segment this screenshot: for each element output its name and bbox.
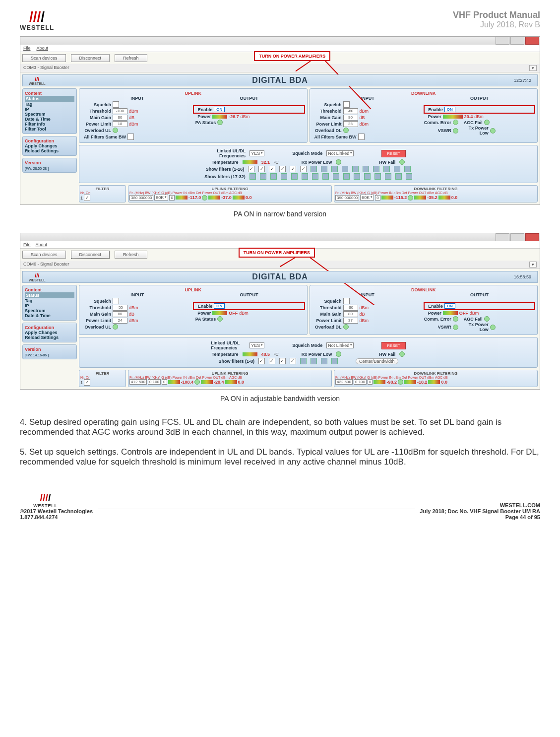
sidebar: Content Status Tag IP Spectrum Date & Ti…: [22, 88, 77, 202]
reset-button[interactable]: RESET: [381, 150, 406, 157]
ul-gain-lbl: Main Gain: [81, 115, 111, 120]
caption-2: PA ON in adjustable bandwidth version: [20, 395, 540, 402]
downlink-panel: DOWNLINK INPUT Squelch Threshold-80dBm M…: [310, 285, 538, 335]
sidebar-item-ip[interactable]: IP: [25, 107, 74, 112]
dl-thresh-input[interactable]: -80: [343, 108, 358, 114]
page-footer: //// WESTELL ©2017 Westell Technologies …: [20, 487, 540, 520]
ul-freq[interactable]: 380.000000: [129, 195, 153, 201]
uplink-output-hdr: OUTPUT: [193, 96, 305, 101]
ul-plimit-input[interactable]: 18: [113, 121, 127, 127]
mid-panel: Linked UL/DL Frequencies YES Squelch Mod…: [79, 145, 538, 183]
com-port: COM3 - Signal Booster: [23, 65, 69, 71]
ul-power-val: -26.7: [229, 114, 239, 119]
screenshot-adjustable: FileAbout Scan devices Disconnect Refres…: [20, 233, 540, 390]
temp-val: 32.1: [261, 160, 270, 165]
disconnect-button[interactable]: Disconnect: [71, 251, 110, 259]
ul-allfilt-check[interactable]: [127, 134, 134, 140]
hwfail-led: [399, 159, 405, 165]
scan-button[interactable]: Scan devices: [22, 54, 66, 62]
dl-gain-input[interactable]: 80: [343, 115, 358, 121]
linked-lbl: Linked UL/DL Frequencies: [211, 148, 246, 158]
sidebar-item-apply[interactable]: Apply Changes: [25, 143, 74, 148]
close-icon[interactable]: [525, 37, 539, 45]
dl-g[interactable]: 0: [375, 195, 380, 201]
sidebar-item-reload[interactable]: Reload Settings: [25, 148, 74, 153]
com-dropdown[interactable]: ▾: [529, 262, 537, 268]
menu-about[interactable]: About: [37, 46, 49, 51]
sidebar-item-status[interactable]: Status: [25, 292, 74, 298]
step-5: 5. Set up squelch settings. Controls are…: [20, 447, 540, 467]
westell-logo: //// WESTELL: [20, 10, 54, 31]
uplink-input-hdr: INPUT: [81, 96, 193, 101]
ul-bw[interactable]: 60K: [154, 195, 168, 201]
dl-squelch-check[interactable]: [343, 101, 350, 108]
page-header: //// WESTELL VHF Product Manual July 201…: [20, 10, 540, 31]
ul-plimit-lbl: Power Limit: [81, 122, 111, 127]
maximize-icon[interactable]: [510, 233, 524, 241]
minimize-icon[interactable]: [496, 233, 509, 241]
com-dropdown[interactable]: ▾: [529, 65, 537, 71]
filter-hdr: FILTER: [80, 187, 124, 191]
sidebar-item-spectrum[interactable]: Spectrum: [25, 112, 74, 117]
refresh-button[interactable]: Refresh: [115, 54, 147, 62]
ul-gain-input[interactable]: 80: [113, 115, 127, 121]
sqmode-lbl: Squelch Mode: [292, 151, 322, 156]
sidebar-item-datetime[interactable]: Date & Time: [25, 117, 74, 122]
sidebar-content-hdr: Content: [25, 91, 74, 96]
toolbar: Scan devices Disconnect Refresh TURN ON …: [20, 52, 540, 64]
temp-lbl: Temperature: [212, 160, 239, 165]
ul-enable-lbl: Enable: [194, 107, 212, 112]
uplink-title: UPLINK: [81, 91, 305, 96]
sidebar-item-filterinfo[interactable]: Filter Info: [25, 122, 74, 127]
sidebar-item-status[interactable]: Status: [25, 96, 74, 102]
rxlow-led: [336, 159, 341, 165]
app-title: DIGITAL BDA: [252, 76, 308, 85]
com-port: COM6 - Signal Booster: [23, 262, 69, 268]
dl-freq[interactable]: 390.000000: [335, 195, 359, 201]
hwfail-lbl: HW Fail: [379, 160, 395, 165]
ul-allfilt-lbl: All Filters Same BW: [81, 134, 126, 139]
dl-bw[interactable]: 60K: [360, 195, 374, 201]
menu-file[interactable]: File: [23, 46, 31, 51]
dl-plimit-input[interactable]: 36: [343, 121, 358, 127]
ul-thresh-lbl: Threshold: [81, 109, 111, 114]
sidebar-config-hdr: Configuration: [25, 138, 74, 143]
reset-button[interactable]: RESET: [381, 342, 406, 349]
ul-g[interactable]: 0: [169, 195, 174, 201]
txlow-led: [490, 128, 496, 134]
sidebar-item-tag[interactable]: Tag: [25, 102, 74, 107]
dl-enable-toggle[interactable]: ON: [444, 107, 455, 112]
ul-pastatus-led: [217, 120, 223, 125]
dl-allfilt-check[interactable]: [358, 134, 365, 140]
doc-title: VHF Product Manual: [453, 10, 540, 20]
dl-enable-toggle[interactable]: ON: [444, 303, 455, 309]
ul-power-bar: [212, 115, 227, 119]
center-bandwidth-button[interactable]: Center/Bandwidth: [356, 358, 398, 364]
dl-overload-led: [343, 128, 349, 133]
close-icon[interactable]: [525, 233, 539, 241]
clock: 12:27:42: [514, 78, 531, 83]
f1[interactable]: [248, 166, 254, 172]
doc-subtitle: July 2018, Rev B: [453, 20, 540, 29]
showfilt2-lbl: Show filters (17-32): [204, 174, 246, 179]
minimize-icon[interactable]: [496, 37, 509, 45]
ul-squelch-check[interactable]: [113, 101, 119, 108]
ul-power-lbl: Power: [193, 114, 211, 119]
filter1-on-check[interactable]: [84, 195, 90, 201]
temp-bar: [243, 160, 257, 164]
commerr-led: [453, 120, 458, 125]
ul-enable-toggle[interactable]: ON: [214, 303, 225, 309]
maximize-icon[interactable]: [510, 37, 524, 45]
ul-enable-toggle[interactable]: ON: [214, 107, 225, 112]
linked-select[interactable]: YES: [249, 150, 264, 156]
dl-power-val: 20.4: [464, 114, 473, 119]
refresh-button[interactable]: Refresh: [115, 251, 147, 259]
sqmode-select[interactable]: Not Linked: [326, 150, 354, 156]
showfilt1-lbl: Show filters (1-16): [206, 167, 245, 172]
ul-pastatus-lbl: PA Status: [193, 120, 216, 125]
callout-turn-on-pa: TURN ON POWER AMPLIFIERS: [239, 248, 315, 258]
ul-thresh-input[interactable]: -100: [113, 108, 127, 114]
disconnect-button[interactable]: Disconnect: [71, 54, 110, 62]
scan-button[interactable]: Scan devices: [22, 251, 66, 259]
sidebar-item-filtertool[interactable]: Filter Tool: [25, 127, 74, 132]
